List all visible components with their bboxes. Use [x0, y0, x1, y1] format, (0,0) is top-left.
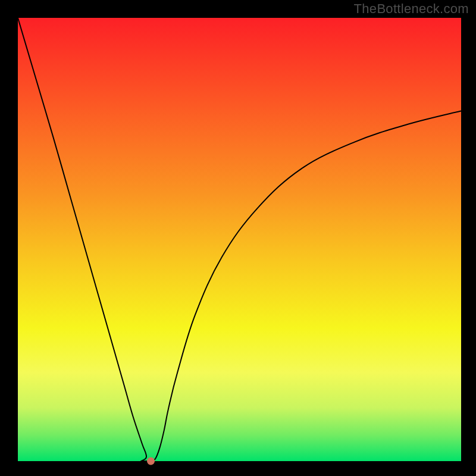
chart-frame: TheBottleneck.com: [0, 0, 476, 476]
optimum-marker: [147, 458, 155, 465]
watermark-text: TheBottleneck.com: [354, 1, 469, 17]
plot-background: [18, 18, 461, 461]
bottleneck-chart: [0, 0, 476, 476]
